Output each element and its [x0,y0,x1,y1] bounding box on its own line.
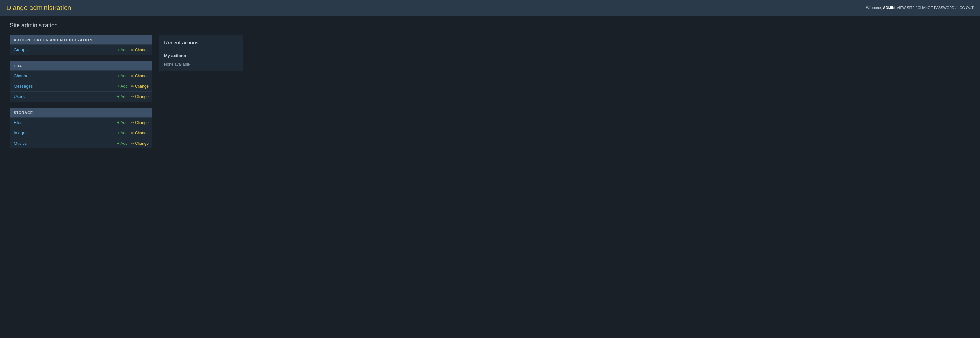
change-label: Change [135,120,149,125]
model-name-musics[interactable]: Musics [14,141,27,146]
recent-actions-panel: Recent actions My actions None available [159,35,243,71]
add-link-users[interactable]: + Add [118,94,127,99]
change-link-images[interactable]: ✏ Change [131,131,149,136]
add-label: Add [121,84,127,89]
content-main: Site administration Authentication and A… [0,16,980,155]
change-icon: ✏ [131,94,134,99]
change-label: Change [135,131,149,136]
model-list-auth: Groups+ Add✏ Change [10,45,153,55]
add-icon: + [118,131,120,136]
model-name-groups[interactable]: Groups [14,48,27,52]
add-link-channels[interactable]: + Add [118,74,127,78]
change-icon: ✏ [131,120,134,125]
add-link-files[interactable]: + Add [118,120,127,125]
log-out-link[interactable]: LOG OUT [957,6,974,10]
recent-actions-header: Recent actions [159,35,243,49]
site-title: Django administration [6,4,72,12]
table-row: Channels+ Add✏ Change [10,71,153,81]
change-label: Change [135,48,149,52]
change-icon: ✏ [131,84,134,89]
add-label: Add [121,48,127,52]
add-label: Add [121,131,127,136]
change-link-messages[interactable]: ✏ Change [131,84,149,89]
table-row: Images+ Add✏ Change [10,128,153,138]
change-link-groups[interactable]: ✏ Change [131,48,149,52]
change-link-users[interactable]: ✏ Change [131,94,149,99]
model-list-storage: Files+ Add✏ ChangeImages+ Add✏ ChangeMus… [10,117,153,148]
user-tools: Welcome, ADMIN. VIEW SITE / CHANGE PASSW… [866,6,974,10]
add-icon: + [118,120,120,125]
add-link-groups[interactable]: + Add [118,48,127,52]
app-module-header-storage: Storage [10,108,153,117]
change-icon: ✏ [131,48,134,52]
table-row: Groups+ Add✏ Change [10,45,153,55]
add-label: Add [121,120,127,125]
app-module-header-chat: Chat [10,61,153,70]
add-label: Add [121,74,127,78]
change-icon: ✏ [131,74,134,78]
table-row: Musics+ Add✏ Change [10,138,153,149]
main-layout: Authentication and AuthorizationGroups+ … [10,35,970,148]
add-icon: + [118,94,120,99]
add-label: Add [121,94,127,99]
add-label: Add [121,141,127,146]
add-link-images[interactable]: + Add [118,131,127,136]
app-module-auth: Authentication and AuthorizationGroups+ … [10,35,153,55]
change-password-link[interactable]: CHANGE PASSWORD [918,6,955,10]
change-link-channels[interactable]: ✏ Change [131,74,149,78]
change-label: Change [135,94,149,99]
model-name-files[interactable]: Files [14,120,22,125]
none-available: None available [159,61,243,71]
app-list: Authentication and AuthorizationGroups+ … [10,35,153,148]
change-icon: ✏ [131,131,134,136]
add-link-messages[interactable]: + Add [118,84,127,89]
model-list-chat: Channels+ Add✏ ChangeMessages+ Add✏ Chan… [10,70,153,102]
change-link-files[interactable]: ✏ Change [131,120,149,125]
header: Django administration Welcome, ADMIN. VI… [0,0,980,16]
add-link-musics[interactable]: + Add [118,141,127,146]
my-actions-header: My actions [159,49,243,61]
model-name-channels[interactable]: Channels [14,73,32,78]
table-row: Users+ Add✏ Change [10,92,153,102]
branding: Django administration [6,4,72,12]
app-module-header-auth: Authentication and Authorization [10,35,153,45]
page-title: Site administration [10,22,970,29]
model-name-messages[interactable]: Messages [14,84,33,89]
view-site-link[interactable]: VIEW SITE [897,6,915,10]
change-label: Change [135,74,149,78]
add-icon: + [118,48,120,52]
change-label: Change [135,141,149,146]
app-module-storage: StorageFiles+ Add✏ ChangeImages+ Add✏ Ch… [10,108,153,148]
table-row: Files+ Add✏ Change [10,118,153,128]
add-icon: + [118,74,120,78]
change-link-musics[interactable]: ✏ Change [131,141,149,146]
username: ADMIN [883,6,895,10]
table-row: Messages+ Add✏ Change [10,81,153,92]
change-icon: ✏ [131,141,134,146]
app-module-chat: ChatChannels+ Add✏ ChangeMessages+ Add✏ … [10,61,153,102]
change-label: Change [135,84,149,89]
model-name-users[interactable]: Users [14,94,25,99]
model-name-images[interactable]: Images [14,131,27,136]
welcome-text: Welcome, [866,6,882,10]
add-icon: + [118,141,120,146]
add-icon: + [118,84,120,89]
